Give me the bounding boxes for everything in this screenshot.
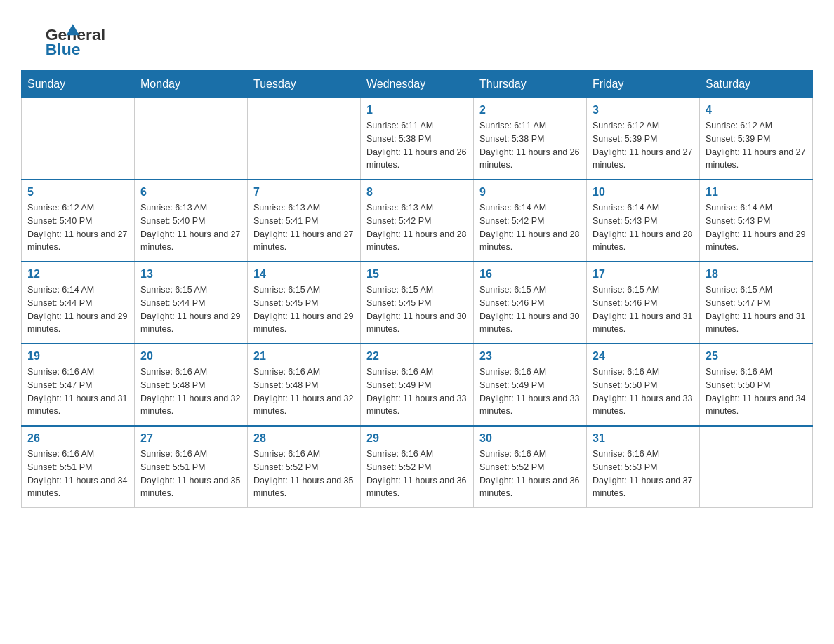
page-header: General Blue: [21, 14, 813, 56]
logo: General Blue: [21, 14, 105, 56]
day-info: Sunrise: 6:14 AMSunset: 5:42 PMDaylight:…: [479, 201, 581, 254]
day-info: Sunrise: 6:13 AMSunset: 5:40 PMDaylight:…: [140, 201, 241, 254]
calendar-table: SundayMondayTuesdayWednesdayThursdayFrid…: [21, 70, 813, 508]
day-number: 6: [140, 186, 241, 199]
day-info: Sunrise: 6:12 AMSunset: 5:40 PMDaylight:…: [27, 201, 128, 254]
calendar-day-cell: 4Sunrise: 6:12 AMSunset: 5:39 PMDaylight…: [700, 98, 813, 180]
day-number: 15: [366, 268, 468, 281]
day-info: Sunrise: 6:15 AMSunset: 5:46 PMDaylight:…: [593, 283, 694, 336]
day-number: 5: [27, 186, 128, 199]
calendar-day-cell: 29Sunrise: 6:16 AMSunset: 5:52 PMDayligh…: [361, 426, 474, 508]
day-number: 13: [140, 268, 241, 281]
day-number: 16: [479, 268, 581, 281]
calendar-day-cell: 6Sunrise: 6:13 AMSunset: 5:40 PMDaylight…: [135, 180, 248, 262]
day-info: Sunrise: 6:16 AMSunset: 5:48 PMDaylight:…: [253, 365, 355, 418]
day-info: Sunrise: 6:12 AMSunset: 5:39 PMDaylight:…: [593, 119, 694, 172]
day-number: 12: [27, 268, 128, 281]
day-number: 18: [706, 268, 807, 281]
calendar-day-cell: [22, 98, 135, 180]
day-info: Sunrise: 6:16 AMSunset: 5:52 PMDaylight:…: [479, 448, 581, 500]
calendar-day-cell: [248, 98, 361, 180]
day-info: Sunrise: 6:16 AMSunset: 5:48 PMDaylight:…: [140, 365, 241, 418]
calendar-day-cell: 31Sunrise: 6:16 AMSunset: 5:53 PMDayligh…: [587, 426, 700, 508]
day-number: 17: [593, 268, 694, 281]
day-info: Sunrise: 6:11 AMSunset: 5:38 PMDaylight:…: [479, 119, 581, 172]
day-info: Sunrise: 6:15 AMSunset: 5:46 PMDaylight:…: [479, 283, 581, 336]
calendar-day-cell: 30Sunrise: 6:16 AMSunset: 5:52 PMDayligh…: [474, 426, 587, 508]
day-info: Sunrise: 6:14 AMSunset: 5:43 PMDaylight:…: [706, 201, 807, 254]
calendar-header-day: Friday: [587, 71, 700, 98]
day-info: Sunrise: 6:14 AMSunset: 5:43 PMDaylight:…: [593, 201, 694, 254]
svg-text:Blue: Blue: [46, 40, 81, 56]
calendar-day-cell: 16Sunrise: 6:15 AMSunset: 5:46 PMDayligh…: [474, 262, 587, 344]
day-number: 7: [253, 186, 355, 199]
calendar-week-row: 1Sunrise: 6:11 AMSunset: 5:38 PMDaylight…: [22, 98, 813, 180]
day-number: 14: [253, 268, 355, 281]
calendar-day-cell: 19Sunrise: 6:16 AMSunset: 5:47 PMDayligh…: [22, 344, 135, 426]
day-number: 22: [366, 350, 468, 363]
day-number: 28: [253, 432, 355, 445]
calendar-day-cell: [700, 426, 813, 508]
day-info: Sunrise: 6:15 AMSunset: 5:47 PMDaylight:…: [706, 283, 807, 336]
day-info: Sunrise: 6:16 AMSunset: 5:51 PMDaylight:…: [27, 448, 128, 500]
day-info: Sunrise: 6:15 AMSunset: 5:44 PMDaylight:…: [140, 283, 241, 336]
calendar-day-cell: 13Sunrise: 6:15 AMSunset: 5:44 PMDayligh…: [135, 262, 248, 344]
calendar-day-cell: 14Sunrise: 6:15 AMSunset: 5:45 PMDayligh…: [248, 262, 361, 344]
calendar-day-cell: 2Sunrise: 6:11 AMSunset: 5:38 PMDaylight…: [474, 98, 587, 180]
calendar-day-cell: 3Sunrise: 6:12 AMSunset: 5:39 PMDaylight…: [587, 98, 700, 180]
calendar-day-cell: 17Sunrise: 6:15 AMSunset: 5:46 PMDayligh…: [587, 262, 700, 344]
day-info: Sunrise: 6:16 AMSunset: 5:51 PMDaylight:…: [140, 448, 241, 500]
day-number: 3: [593, 104, 694, 116]
calendar-day-cell: 28Sunrise: 6:16 AMSunset: 5:52 PMDayligh…: [248, 426, 361, 508]
calendar-day-cell: 9Sunrise: 6:14 AMSunset: 5:42 PMDaylight…: [474, 180, 587, 262]
day-number: 20: [140, 350, 241, 363]
day-number: 2: [479, 104, 581, 116]
calendar-week-row: 12Sunrise: 6:14 AMSunset: 5:44 PMDayligh…: [22, 262, 813, 344]
calendar-header-day: Wednesday: [361, 71, 474, 98]
day-info: Sunrise: 6:15 AMSunset: 5:45 PMDaylight:…: [366, 283, 468, 336]
day-number: 23: [479, 350, 581, 363]
day-info: Sunrise: 6:13 AMSunset: 5:41 PMDaylight:…: [253, 201, 355, 254]
day-number: 4: [706, 104, 807, 116]
calendar-day-cell: 26Sunrise: 6:16 AMSunset: 5:51 PMDayligh…: [22, 426, 135, 508]
calendar-day-cell: 18Sunrise: 6:15 AMSunset: 5:47 PMDayligh…: [700, 262, 813, 344]
calendar-header-day: Sunday: [22, 71, 135, 98]
calendar-day-cell: 25Sunrise: 6:16 AMSunset: 5:50 PMDayligh…: [700, 344, 813, 426]
day-info: Sunrise: 6:16 AMSunset: 5:49 PMDaylight:…: [366, 365, 468, 418]
day-info: Sunrise: 6:16 AMSunset: 5:50 PMDaylight:…: [706, 365, 807, 418]
calendar-day-cell: 22Sunrise: 6:16 AMSunset: 5:49 PMDayligh…: [361, 344, 474, 426]
calendar-day-cell: 1Sunrise: 6:11 AMSunset: 5:38 PMDaylight…: [361, 98, 474, 180]
calendar-body: 1Sunrise: 6:11 AMSunset: 5:38 PMDaylight…: [22, 98, 813, 508]
calendar-header-day: Tuesday: [248, 71, 361, 98]
day-number: 27: [140, 432, 241, 445]
day-info: Sunrise: 6:15 AMSunset: 5:45 PMDaylight:…: [253, 283, 355, 336]
calendar-day-cell: 11Sunrise: 6:14 AMSunset: 5:43 PMDayligh…: [700, 180, 813, 262]
calendar-header-day: Monday: [135, 71, 248, 98]
calendar-day-cell: 5Sunrise: 6:12 AMSunset: 5:40 PMDaylight…: [22, 180, 135, 262]
day-number: 21: [253, 350, 355, 363]
day-number: 25: [706, 350, 807, 363]
day-info: Sunrise: 6:14 AMSunset: 5:44 PMDaylight:…: [27, 283, 128, 336]
day-info: Sunrise: 6:16 AMSunset: 5:52 PMDaylight:…: [366, 448, 468, 500]
calendar-day-cell: 15Sunrise: 6:15 AMSunset: 5:45 PMDayligh…: [361, 262, 474, 344]
calendar-day-cell: 27Sunrise: 6:16 AMSunset: 5:51 PMDayligh…: [135, 426, 248, 508]
day-number: 1: [366, 104, 468, 116]
calendar-day-cell: 10Sunrise: 6:14 AMSunset: 5:43 PMDayligh…: [587, 180, 700, 262]
day-number: 24: [593, 350, 694, 363]
calendar-day-cell: 12Sunrise: 6:14 AMSunset: 5:44 PMDayligh…: [22, 262, 135, 344]
calendar-header-day: Thursday: [474, 71, 587, 98]
calendar-week-row: 19Sunrise: 6:16 AMSunset: 5:47 PMDayligh…: [22, 344, 813, 426]
day-info: Sunrise: 6:16 AMSunset: 5:47 PMDaylight:…: [27, 365, 128, 418]
day-number: 11: [706, 186, 807, 199]
day-info: Sunrise: 6:16 AMSunset: 5:49 PMDaylight:…: [479, 365, 581, 418]
calendar-header-day: Saturday: [700, 71, 813, 98]
calendar-day-cell: 7Sunrise: 6:13 AMSunset: 5:41 PMDaylight…: [248, 180, 361, 262]
calendar-day-cell: 23Sunrise: 6:16 AMSunset: 5:49 PMDayligh…: [474, 344, 587, 426]
day-number: 31: [593, 432, 694, 445]
day-info: Sunrise: 6:16 AMSunset: 5:52 PMDaylight:…: [253, 448, 355, 500]
day-number: 9: [479, 186, 581, 199]
calendar-day-cell: 21Sunrise: 6:16 AMSunset: 5:48 PMDayligh…: [248, 344, 361, 426]
day-number: 29: [366, 432, 468, 445]
day-number: 19: [27, 350, 128, 363]
calendar-week-row: 26Sunrise: 6:16 AMSunset: 5:51 PMDayligh…: [22, 426, 813, 508]
